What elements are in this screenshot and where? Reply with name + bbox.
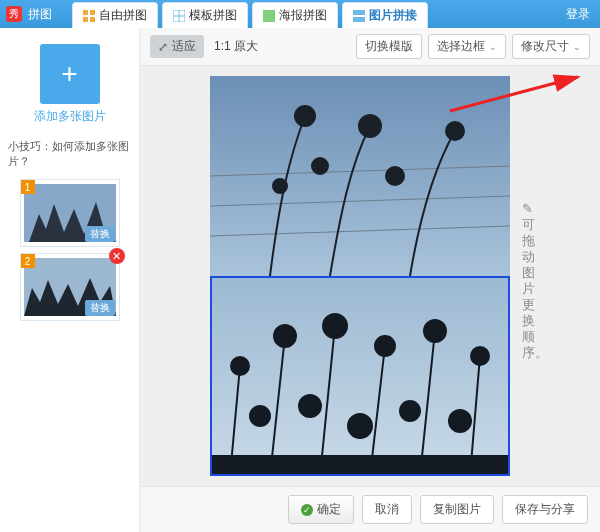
replace-button[interactable]: 替换 [85,226,115,242]
toolbar: ⤢ 适应 1:1 原大 切换模版 选择边框 ⌄ 修改尺寸 ⌄ [140,28,600,66]
svg-point-31 [348,414,372,438]
tab-poster-collage[interactable]: 海报拼图 [252,2,338,28]
svg-point-32 [400,401,420,421]
svg-point-33 [449,410,471,432]
tab-label: 模板拼图 [189,7,237,24]
select-border-button[interactable]: 选择边框 ⌄ [428,34,506,59]
cancel-button[interactable]: 取消 [362,495,412,524]
svg-point-30 [299,395,321,417]
app-title: 拼图 [28,6,52,23]
svg-point-27 [424,320,446,342]
tab-label: 海报拼图 [279,7,327,24]
svg-point-17 [359,115,381,137]
svg-point-26 [375,336,395,356]
fit-button[interactable]: ⤢ 适应 [150,35,204,58]
fit-icon: ⤢ [158,40,168,54]
tab-label: 图片拼接 [369,7,417,24]
login-link[interactable]: 登录 [566,6,590,23]
btn-label: 确定 [317,501,341,518]
svg-rect-8 [353,10,365,15]
check-icon: ✓ [301,504,313,516]
footer: ✓ 确定 取消 复制图片 保存与分享 [140,486,600,532]
annotation-arrow-icon [440,71,590,121]
btn-label: 切换模版 [365,38,413,55]
scale-label: 1:1 原大 [214,38,258,55]
svg-point-25 [323,314,347,338]
svg-point-28 [471,347,489,365]
tab-template-collage[interactable]: 模板拼图 [162,2,248,28]
stitched-image[interactable] [210,76,510,476]
replace-button[interactable]: 替换 [85,300,115,316]
svg-point-21 [273,179,287,193]
tab-strip: 自由拼图 模板拼图 海报拼图 图片拼接 [72,0,566,28]
svg-point-24 [274,325,296,347]
grid-icon [83,10,95,22]
svg-rect-2 [83,17,88,22]
btn-label: 修改尺寸 [521,38,569,55]
thumbnail-1[interactable]: 1 替换 [20,179,120,247]
template-icon [173,10,185,22]
btn-label: 选择边框 [437,38,485,55]
stitch-icon [353,10,365,22]
switch-template-button[interactable]: 切换模版 [356,34,422,59]
svg-point-19 [312,158,328,174]
add-images-label: 添加多张图片 [8,108,131,125]
svg-line-35 [450,77,578,111]
chevron-down-icon: ⌄ [573,42,581,52]
tip-link[interactable]: 小技巧：如何添加多张图片？ [8,139,131,169]
title-bar: 秀 拼图 自由拼图 模板拼图 海报拼图 图片拼接 登录 [0,0,600,28]
confirm-button[interactable]: ✓ 确定 [288,495,354,524]
tab-label: 自由拼图 [99,7,147,24]
resize-button[interactable]: 修改尺寸 ⌄ [512,34,590,59]
svg-rect-9 [353,17,365,22]
tab-image-stitch[interactable]: 图片拼接 [342,2,428,28]
poster-icon [263,10,275,22]
svg-rect-22 [210,276,510,476]
delete-thumb-icon[interactable]: ✕ [109,248,125,264]
sidebar: + 添加多张图片 小技巧：如何添加多张图片？ 1 替换 2 ✕ 替换 [0,28,140,532]
thumb-number: 2 [21,254,35,268]
thumbnail-2[interactable]: 2 ✕ 替换 [20,253,120,321]
save-share-button[interactable]: 保存与分享 [502,495,588,524]
add-images-button[interactable]: + [40,44,100,104]
tab-free-collage[interactable]: 自由拼图 [72,2,158,28]
chevron-down-icon: ⌄ [489,42,497,52]
svg-rect-7 [263,10,275,22]
panel-image-icon [210,276,510,476]
app-logo-icon: 秀 [6,6,22,22]
svg-rect-3 [90,17,95,22]
stitch-panel-2[interactable] [210,276,510,476]
svg-point-18 [446,122,464,140]
svg-point-20 [386,167,404,185]
svg-rect-1 [90,10,95,15]
svg-rect-34 [210,456,510,476]
svg-point-23 [231,357,249,375]
drag-annotation: ✎可拖动图片更换顺序。 [522,201,538,361]
fit-label: 适应 [172,38,196,55]
copy-image-button[interactable]: 复制图片 [420,495,494,524]
canvas[interactable]: ✎可拖动图片更换顺序。 [140,66,600,486]
svg-point-29 [250,406,270,426]
svg-rect-0 [83,10,88,15]
thumb-number: 1 [21,180,35,194]
main-area: ⤢ 适应 1:1 原大 切换模版 选择边框 ⌄ 修改尺寸 ⌄ [140,28,600,532]
svg-point-16 [295,106,315,126]
